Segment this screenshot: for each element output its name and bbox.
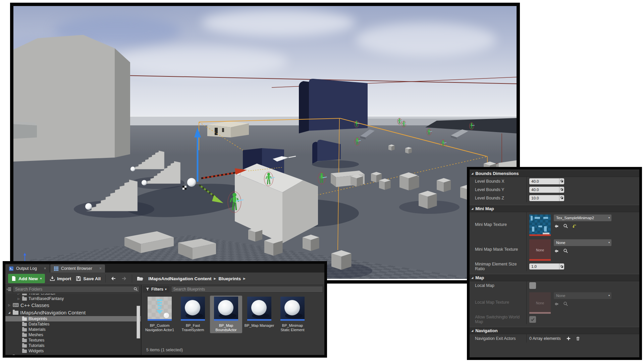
open-folder-icon <box>137 276 144 281</box>
add-element-icon[interactable] <box>566 336 571 341</box>
breadcrumb-caret-icon[interactable]: ▶ <box>243 277 246 280</box>
sidebar-item-materials[interactable]: Materials <box>5 327 141 332</box>
sidebar-item-textures[interactable]: Textures <box>5 338 141 343</box>
property-row-allow-switchingto-world-map: Allow Switchingto World Map <box>470 315 639 324</box>
wedge-block[interactable] <box>235 164 318 243</box>
search-folders-input[interactable] <box>13 286 140 293</box>
asset-combo-box[interactable]: None▾ <box>554 292 611 299</box>
low-box-a[interactable] <box>124 231 174 253</box>
tree-scrollbar[interactable] <box>137 306 140 339</box>
sidebar-item-imapsandnavigation-c-classes[interactable]: IMapsAndNavigation C++ Classes <box>5 354 141 355</box>
sidebar-item-blueprints[interactable]: Blueprints <box>5 316 141 321</box>
breadcrumb-item-content-root[interactable]: IMapsAndNavigation Content <box>148 276 211 281</box>
character-actor[interactable] <box>318 172 327 184</box>
reset-to-default-icon[interactable] <box>572 224 577 229</box>
folder-label: DataTables <box>29 322 50 326</box>
section-expander-icon: ◢ <box>471 276 473 279</box>
viewport-3d[interactable] <box>13 6 517 279</box>
back-arrow-icon[interactable] <box>110 276 116 281</box>
property-label: Level Bounds X <box>470 177 527 185</box>
close-icon[interactable]: × <box>44 266 46 271</box>
property-label: Local Map <box>470 281 527 290</box>
section-header-map[interactable]: ◢Map <box>470 274 639 281</box>
section-title: Navigation <box>475 328 497 333</box>
navy-building-small[interactable] <box>312 140 341 164</box>
filters-button[interactable]: Filters ▾ <box>143 286 169 293</box>
browse-to-asset-icon[interactable] <box>563 301 568 306</box>
property-label: Local Map Texture <box>470 290 527 315</box>
svg-text:None: None <box>536 248 544 252</box>
number-input[interactable]: 40.0 <box>529 187 564 193</box>
forward-arrow-icon[interactable] <box>121 276 127 281</box>
section-expander-icon: ◢ <box>471 207 473 210</box>
sidebar-item-meshes[interactable]: Meshes <box>5 332 141 338</box>
asset-tile-bp-fast-travelsystem[interactable]: BP_Fast TravelSystem <box>177 296 209 333</box>
section-header-mini-map[interactable]: ◢Mini Map <box>470 205 639 212</box>
asset-combo-box[interactable]: Tex_SampleMinimap2▾ <box>554 215 611 221</box>
character-actor[interactable] <box>441 140 446 147</box>
save-all-button[interactable]: Save All <box>76 276 101 281</box>
property-label: Mini Map Texture <box>470 212 527 237</box>
sidebar-item-imapsandnavigation-content[interactable]: ◢IMapsAndNavigation Content <box>5 309 141 316</box>
value-drag-icon[interactable] <box>559 195 564 201</box>
section-expander-icon: ◢ <box>471 172 473 175</box>
asset-tile-bp-minimap-static-element[interactable]: BP_Minimap Static Element <box>276 296 309 333</box>
checkbox[interactable] <box>529 316 536 323</box>
section-expander-icon: ◢ <box>471 329 473 332</box>
gizmo-z-arrow[interactable] <box>194 127 201 182</box>
browse-to-asset-icon[interactable] <box>563 248 568 253</box>
sidebar-item-thirdpersonbp[interactable]: ▷ThirdPersonBP <box>5 294 141 296</box>
folder-label: TurnBasedFantasy <box>29 296 64 301</box>
asset-tile-bp-map-boundsactor[interactable]: BP_Map BoundsActor <box>210 296 242 333</box>
section-header-navigation[interactable]: ◢Navigation <box>470 327 639 334</box>
folder-label: Meshes <box>29 333 43 337</box>
property-row-local-map-texture: Local Map TextureNoneNone▾ <box>470 290 639 315</box>
use-selected-asset-icon[interactable] <box>554 302 559 306</box>
asset-name: BP_Minimap Static Element <box>277 323 308 332</box>
number-input[interactable]: 40.0 <box>529 178 564 184</box>
character-actor[interactable] <box>427 129 432 136</box>
sidebar-item-widgets[interactable]: Widgets <box>5 348 141 354</box>
low-box-b[interactable] <box>178 239 216 259</box>
sidebar-item-c-classes[interactable]: ▷C++C++ Classes <box>5 301 141 309</box>
folder-label: IMapsAndNavigation Content <box>20 310 86 315</box>
collapse-sources-icon[interactable] <box>7 287 11 292</box>
use-selected-asset-icon[interactable] <box>554 224 559 229</box>
asset-combo-box[interactable]: None▾ <box>554 239 611 246</box>
folder-label: IMapsAndNavigation C++ Classes <box>20 355 97 355</box>
folder-icon <box>22 317 27 321</box>
expander-closed-icon[interactable]: ▷ <box>17 294 20 295</box>
checkbox[interactable] <box>529 282 536 289</box>
viewport-window <box>10 3 520 284</box>
number-input[interactable]: 1.0 <box>529 263 564 269</box>
delete-elements-icon[interactable] <box>576 336 580 341</box>
add-new-button[interactable]: Add New ▾ <box>8 274 45 283</box>
section-header-bounds-dimensiions[interactable]: ◢Bounds Dimensiions <box>470 170 639 177</box>
expander-open-icon[interactable]: ◢ <box>7 311 11 314</box>
asset-tile-bp-map-manager[interactable]: BP_Map Manager <box>243 296 275 329</box>
sidebar-item-turnbasedfantasy[interactable]: ▷TurnBasedFantasy <box>5 296 141 301</box>
close-icon[interactable]: × <box>99 266 102 271</box>
import-button[interactable]: Import <box>50 276 71 281</box>
gray-building[interactable] <box>13 35 130 162</box>
tab-content-browser[interactable]: Content Browser × <box>50 264 105 273</box>
use-selected-asset-icon[interactable] <box>554 249 559 253</box>
folder-icon <box>22 297 27 301</box>
number-input[interactable]: 10.0 <box>529 195 564 201</box>
sidebar-item-tutorials[interactable]: Tutorials <box>5 343 141 348</box>
property-row-level-bounds-x: Level Bounds X40.0 <box>470 177 639 185</box>
breadcrumb-item-blueprints[interactable]: Blueprints <box>219 276 241 281</box>
value-drag-icon[interactable] <box>559 187 564 193</box>
value-drag-icon[interactable] <box>559 178 564 184</box>
value-drag-icon[interactable] <box>559 263 564 269</box>
browse-to-asset-icon[interactable] <box>563 224 568 229</box>
sidebar-item-datatables[interactable]: DataTables <box>5 321 141 327</box>
small-house[interactable] <box>207 121 249 137</box>
navy-building-large[interactable] <box>299 79 368 133</box>
search-assets-input[interactable] <box>171 286 323 293</box>
character-actor[interactable] <box>355 137 361 146</box>
asset-tile-bp-custom-navigation-actor1[interactable]: BP_Custom Navigation Actor1 <box>144 296 176 333</box>
expander-closed-icon[interactable]: ▷ <box>17 297 20 300</box>
expander-closed-icon[interactable]: ▷ <box>7 304 11 307</box>
tab-output-log[interactable]: Output Log × <box>5 264 50 273</box>
